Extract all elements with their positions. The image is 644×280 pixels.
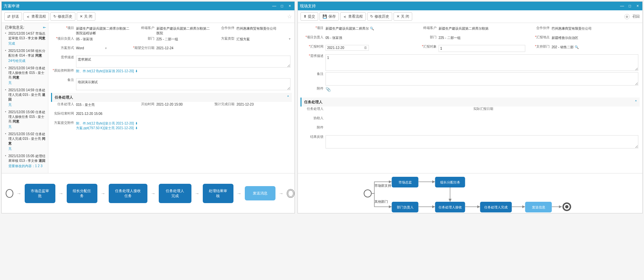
minimize-icon[interactable]: — — [271, 4, 277, 8]
lbl-handler: 任务处理人 — [51, 102, 76, 111]
attachment-link[interactable]: 附、件.txt(12 Byte)[张富强 2021-12-20]⬇ — [76, 69, 138, 73]
titlebar-left: 方案申请 — □ × — [2, 2, 294, 10]
chevron-down-icon[interactable]: ▾ — [289, 37, 290, 41]
close-icon[interactable]: × — [635, 4, 640, 8]
viewflow-button[interactable]: ⪪查看流程 — [23, 12, 49, 21]
val-dept: 225 - 二部一组 — [156, 36, 212, 46]
approval-link[interactable]: 无 — [8, 125, 46, 129]
val-actual: 2021-12-20 15:06 — [76, 111, 131, 121]
flow-start-icon — [6, 189, 13, 198]
chevron-up-icon[interactable]: ˄ — [287, 95, 289, 100]
toolbar-left: ⇄抄送 ⪪查看流程 ↻修改历史 ✕关 闭 ☆ — [2, 10, 294, 23]
val-actualdate-r[interactable] — [495, 107, 640, 116]
share-icon: ⪪ — [26, 15, 30, 19]
chevron-up-icon[interactable]: ˄ — [635, 100, 637, 104]
close-button[interactable]: ✕关 闭 — [394, 12, 412, 21]
lbl-dept: 部门 — [131, 36, 156, 46]
date-input[interactable]: 2021-12-20🗓 — [326, 45, 369, 51]
approval-link[interactable]: 无 — [8, 103, 46, 107]
flow-diagram-right: 市场部支持 其他部门 市场总监 部门负责人 组长分配任务 任务处理人接收 任务处… — [298, 173, 642, 213]
submit-button[interactable]: ⬆提交 — [300, 12, 318, 21]
save-button[interactable]: 💾保存 — [319, 12, 339, 21]
title-left: 方案申请 — [4, 3, 20, 9]
rptobj-input[interactable] — [439, 45, 525, 52]
flow-node[interactable]: 市场总监审批 — [25, 184, 55, 203]
val-result-r[interactable] — [326, 135, 638, 148]
trace-button[interactable]: 召回 — [632, 14, 640, 19]
val-endcustomer-r: 新疆生产建设兵团第二师库尔勒第 — [439, 26, 527, 35]
approval-link[interactable]: 完成 — [8, 41, 46, 46]
close-icon[interactable]: × — [287, 4, 292, 8]
arrow-icon: → — [59, 191, 63, 196]
val-plantype[interactable]: 汇报方案 — [236, 37, 250, 41]
attachment-link[interactable]: 附、件.txt(12 Byte)[皇士亮 2021-12-20]⬇ — [76, 122, 138, 125]
svg-text:发送信息: 发送信息 — [532, 205, 545, 209]
lbl-partner-r: 合作伙伴 — [527, 26, 552, 35]
lbl-dept-r: 部门 — [414, 35, 439, 44]
val-attach2-r[interactable] — [326, 125, 640, 135]
svg-text:任务处理人接收: 任务处理人接收 — [438, 205, 462, 209]
viewflow-button[interactable]: ⪪查看流程 — [340, 12, 366, 21]
approval-link[interactable]: 无 — [8, 146, 46, 151]
attachment-link[interactable]: 方案.ppt(797.50 K)[皇士亮 2021-12-20]⬇ — [76, 126, 138, 130]
approval-entry: 2021/12/20 15:02 任务处理人完成 015 - 皇士亮 同意无 — [5, 132, 46, 151]
val-assistant-r[interactable] — [326, 116, 640, 125]
search-icon[interactable]: 🔍 — [575, 45, 579, 49]
paperclip-icon[interactable]: 📎 — [326, 87, 331, 92]
val-format[interactable]: Word — [76, 46, 84, 50]
lbl-actualdate-r: 实际汇报日期 — [470, 107, 495, 116]
approval-entry: 2021/12/20 15:05 处理结果审核 013 - 李文修 退回需要修改… — [5, 154, 46, 168]
collapse-toggle-icon[interactable]: ⊖ — [624, 14, 630, 19]
val-remark-r[interactable] — [326, 72, 638, 86]
history-button[interactable]: ↻修改历史 — [367, 12, 392, 21]
val-supdept-r[interactable]: 202 - 销售二部 — [552, 45, 574, 49]
flow-node[interactable]: 任务处理人接收任务 — [109, 184, 147, 203]
maximize-icon[interactable]: □ — [279, 4, 285, 8]
lbl-endcustomer-r: 终端客户 — [414, 26, 439, 35]
approval-link[interactable]: 需要修改的内容：1 2 3 — [8, 164, 46, 168]
download-icon[interactable]: ⬇ — [135, 122, 138, 125]
plan-application-window: 方案申请 — □ × ⇄抄送 ⪪查看流程 ↻修改历史 ✕关 闭 ☆ 已审批意见:… — [1, 1, 295, 213]
lbl-endcustomer: 终端客户 — [131, 26, 156, 36]
section-task-handler[interactable]: 任务处理人 ˄ — [51, 93, 292, 102]
arrow-icon: → — [101, 191, 105, 196]
download-icon[interactable]: ⬇ — [135, 126, 138, 130]
svg-text:任务处理人完成: 任务处理人完成 — [484, 205, 508, 209]
flow-node[interactable]: 处理结果审核 — [203, 184, 233, 203]
collapse-icon[interactable]: ⇤ — [43, 25, 46, 30]
val-project: 新疆生产建设兵团第二师库尔勒第二医院远程诊断 — [76, 26, 131, 36]
val-remark[interactable]: 培训演示测试 — [76, 78, 290, 90]
arrow-icon: → — [195, 191, 199, 196]
search-icon[interactable]: 🔍 — [370, 27, 374, 30]
lbl-plantype: 方案类型 — [211, 36, 236, 46]
history-button[interactable]: ↻修改历史 — [50, 12, 75, 21]
history-icon: ↻ — [53, 14, 56, 19]
val-region-r[interactable]: 新疆维吾尔自治区 — [552, 35, 640, 44]
flow-node[interactable]: 任务处理人完成 — [159, 184, 191, 203]
lbl-remark: 备注 — [51, 78, 76, 91]
lbl-owner-r: 项目负责人 — [300, 35, 326, 44]
approval-link[interactable]: 无 — [8, 81, 46, 85]
svg-text:组长分配任务: 组长分配任务 — [440, 180, 460, 184]
calendar-icon[interactable]: 🗓 — [364, 46, 367, 50]
download-icon[interactable]: ⬇ — [135, 69, 138, 73]
val-handler-r[interactable] — [326, 107, 470, 116]
approval-entry: 2021/12/20 14:58 组长分配任务 014 - 李波 同意24号给完… — [5, 49, 46, 63]
flow-end-icon — [287, 189, 294, 198]
copy-button[interactable]: ⇄抄送 — [4, 12, 22, 21]
flow-node[interactable]: 发送消息 — [245, 186, 275, 200]
section-task-handler-r[interactable]: 任务处理人 ˄ — [300, 98, 640, 107]
val-reqdesc[interactable]: 需求测试 — [76, 56, 290, 68]
val-project-r[interactable]: 新疆生产建设兵团第二师库尔 — [326, 27, 369, 30]
flow-node[interactable]: 组长分配任务 — [67, 184, 97, 203]
chevron-down-icon[interactable]: ▾ — [105, 46, 107, 50]
star-icon[interactable]: ☆ — [287, 13, 292, 20]
lbl-partner: 合作伙伴 — [211, 26, 236, 36]
minimize-icon[interactable]: — — [619, 4, 625, 8]
close-button[interactable]: ✕关 闭 — [77, 12, 95, 21]
maximize-icon[interactable]: □ — [627, 4, 633, 8]
val-partner-r: 巴州惠康商贸有限责任公司 — [552, 26, 640, 35]
val-reqdesc-r[interactable]: 1 — [326, 54, 638, 71]
share-icon: ⪪ — [343, 15, 347, 19]
approval-link[interactable]: 24号给完成 — [8, 59, 46, 63]
